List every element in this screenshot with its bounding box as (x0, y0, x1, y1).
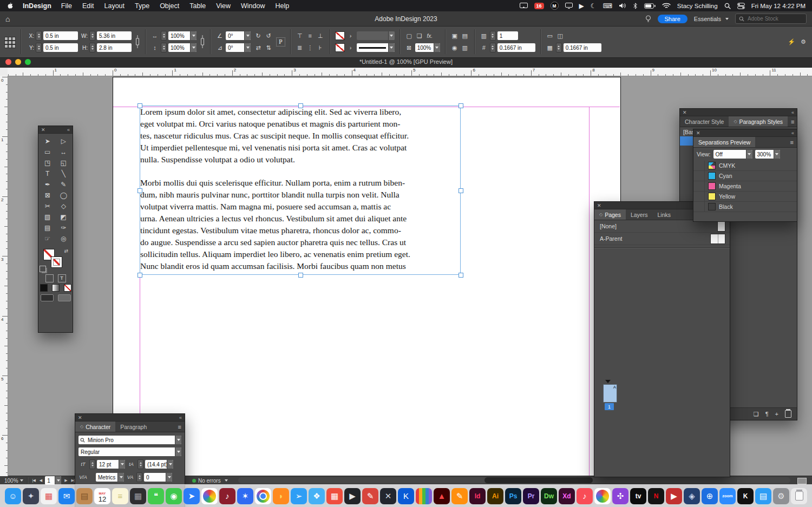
menu-window[interactable]: Window (241, 2, 265, 10)
align-top-icon[interactable]: ⊤ (296, 31, 304, 40)
notification-badge[interactable]: 16 (534, 3, 544, 9)
h-stepper[interactable] (89, 43, 95, 52)
menubar-clock[interactable]: Fri May 12 4:22 PM (751, 3, 806, 9)
fit-content-icon[interactable]: ▤ (461, 31, 469, 40)
visibility-toggle[interactable] (693, 202, 705, 212)
columns-field[interactable]: 1 (497, 31, 518, 40)
close-icon[interactable]: ✕ (78, 415, 82, 420)
rotate-cw-icon[interactable]: ↻ (254, 31, 263, 40)
dropdown-button[interactable] (167, 460, 173, 469)
wrap-bounding-box-icon[interactable]: ◫ (556, 31, 565, 40)
dock-apple-music[interactable]: ♪ (577, 488, 593, 504)
rectangle-frame-tool[interactable]: ⊠ (40, 190, 56, 201)
spacing-icon[interactable]: ⊦ (316, 43, 325, 52)
dropdown-button[interactable] (244, 43, 251, 52)
eyedropper-tool[interactable]: ✑ (56, 222, 72, 233)
apple-menu-icon[interactable] (6, 2, 13, 10)
page-1-thumbnail[interactable]: A (603, 384, 617, 403)
fill-frame-icon[interactable]: ▣ (450, 31, 459, 40)
stroke-flyout-icon[interactable]: › (346, 43, 355, 52)
dropdown-button[interactable] (746, 150, 752, 159)
swap-fill-stroke-icon[interactable]: ⇄ (64, 248, 68, 254)
dock-k-app[interactable]: K (398, 488, 414, 504)
document-tab-title[interactable]: *Untitled-1 @ 100% [GPU Preview] (0, 58, 812, 65)
dock-indesign[interactable]: Id (469, 488, 486, 504)
menu-help[interactable]: Help (276, 2, 290, 10)
dock-shortcuts[interactable]: ❖ (309, 488, 325, 504)
panel-settings-icon[interactable]: ⚙ (799, 37, 808, 46)
columns-stepper[interactable] (490, 31, 496, 41)
spotlight-search-icon[interactable] (724, 3, 731, 9)
stroke-weight-dropdown[interactable] (357, 43, 395, 52)
constrain-scale-icon[interactable] (200, 34, 205, 50)
menu-object[interactable]: Object (160, 2, 179, 10)
lightbulb-icon[interactable] (645, 15, 651, 23)
formatting-affects-text-button[interactable]: T (58, 274, 66, 282)
tab-paragraph-styles[interactable]: ◇Paragraph Styles (729, 116, 788, 127)
dock-system-settings[interactable]: ⚙ (773, 488, 789, 504)
dropdown-button[interactable] (55, 476, 61, 485)
tab-character[interactable]: ◇Character (75, 422, 115, 432)
menu-file[interactable]: File (61, 2, 72, 10)
view-select[interactable]: Off (713, 150, 752, 159)
ruler-origin-corner[interactable] (0, 67, 8, 76)
dock-dreamweaver[interactable]: Dw (541, 488, 557, 504)
create-style-icon[interactable]: + (775, 411, 778, 417)
dock-zoom[interactable]: zoom (719, 488, 736, 504)
leading-stepper[interactable] (137, 459, 143, 469)
scale-x-stepper[interactable] (161, 31, 167, 41)
battery-icon[interactable] (644, 3, 656, 9)
apply-color-button[interactable] (40, 284, 48, 292)
distribute-v-icon[interactable]: ⋮ (306, 43, 315, 52)
opacity-field[interactable]: 100% (415, 43, 440, 52)
corner-options-icon[interactable]: ▢ (405, 31, 414, 40)
previous-page-button[interactable]: ◀ (38, 478, 43, 483)
close-icon[interactable]: ✕ (597, 203, 601, 208)
share-button[interactable]: Share (658, 15, 687, 23)
scale-y-stepper[interactable] (161, 43, 167, 52)
content-collector-tool[interactable]: ◳ (40, 157, 56, 168)
flip-vertical-icon[interactable]: ⇅ (264, 43, 273, 52)
horizontal-scrollbar[interactable] (238, 477, 790, 483)
dock-facetime[interactable]: ◉ (166, 488, 182, 504)
user-name[interactable]: Stacy Schilling (677, 3, 718, 9)
tracking-field[interactable]: 0 (144, 473, 172, 482)
frame-handle[interactable] (459, 188, 463, 193)
dropdown-button[interactable] (244, 31, 251, 40)
display-icon[interactable] (565, 3, 573, 9)
kerning-field[interactable]: Metrics (96, 473, 124, 482)
align-center-icon[interactable]: ≡ (306, 31, 315, 40)
menu-layout[interactable]: Layout (104, 2, 125, 10)
first-page-button[interactable]: |◀ (31, 478, 36, 483)
ink-row[interactable]: CMYK (693, 161, 797, 171)
dock-apple-tv[interactable]: tv (630, 488, 646, 504)
dock-acrobat[interactable]: ▲ (434, 488, 450, 504)
dock-files[interactable]: ▤ (76, 488, 93, 504)
close-icon[interactable]: ✕ (683, 110, 687, 115)
gutter-field[interactable]: 0.1667 in (497, 43, 535, 52)
panel-menu-icon[interactable]: ≡ (788, 118, 797, 125)
ink-row[interactable]: Magenta (693, 181, 797, 192)
stroke-color-swatch[interactable] (335, 43, 345, 52)
frame-fitting-icon[interactable]: ❏ (415, 31, 424, 40)
dock-launchpad[interactable]: ✦ (23, 488, 39, 504)
y-stepper[interactable] (36, 43, 42, 52)
new-style-group-icon[interactable]: ❏ (754, 411, 759, 418)
dock-premiere[interactable]: Pr (523, 488, 539, 504)
ink-row[interactable]: Black (693, 202, 797, 212)
dropdown-button[interactable] (434, 43, 440, 52)
effects-fx-icon[interactable]: fx. (425, 31, 434, 40)
dock-photos-2[interactable] (594, 488, 611, 504)
apply-gradient-button[interactable] (52, 284, 60, 292)
quick-actions-icon[interactable]: ⚡ (787, 37, 796, 46)
content-placer-tool[interactable]: ◱ (56, 157, 72, 168)
rotation-field[interactable]: 0° (226, 31, 251, 40)
dock-app-grid[interactable]: ▦ (41, 488, 57, 504)
preview-mode-button[interactable] (58, 294, 71, 301)
dock-kickstarter[interactable]: K (737, 488, 754, 504)
tracking-stepper[interactable] (136, 472, 142, 482)
tab-paragraph[interactable]: Paragraph (115, 422, 152, 432)
wifi-icon[interactable] (662, 3, 671, 9)
leading-field[interactable]: (14.4 pt) (145, 460, 173, 469)
close-icon[interactable]: ✕ (696, 130, 700, 136)
